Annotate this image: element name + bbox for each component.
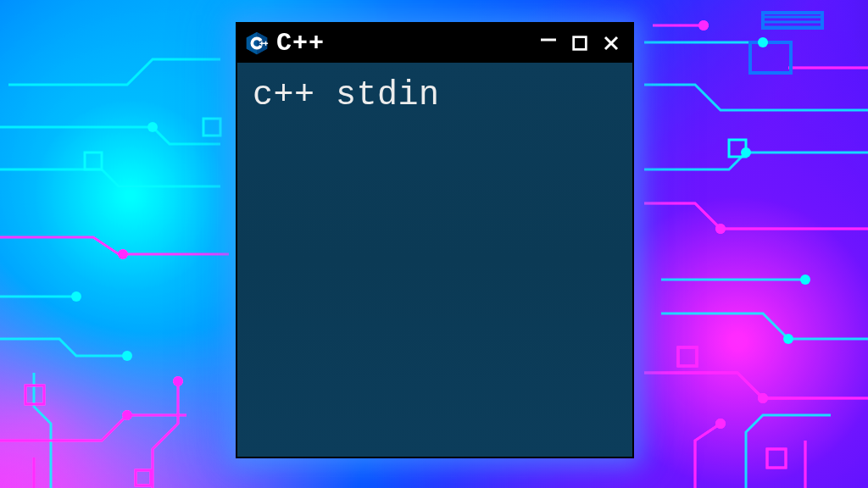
- svg-point-7: [715, 419, 726, 429]
- svg-point-15: [800, 274, 810, 285]
- svg-rect-21: [203, 119, 220, 136]
- svg-rect-17: [136, 470, 151, 485]
- svg-point-6: [758, 393, 768, 403]
- svg-point-3: [122, 410, 132, 420]
- svg-point-10: [71, 291, 81, 302]
- svg-point-8: [698, 20, 709, 30]
- terminal-window: C++ c++ stdin: [236, 22, 634, 458]
- svg-rect-0: [750, 42, 791, 73]
- cpp-logo-icon: [244, 30, 270, 56]
- svg-rect-31: [574, 37, 587, 50]
- close-icon: [601, 33, 621, 53]
- svg-point-14: [783, 334, 793, 344]
- svg-rect-27: [259, 43, 264, 44]
- titlebar[interactable]: C++: [237, 24, 632, 63]
- svg-rect-29: [264, 43, 268, 44]
- svg-point-12: [758, 37, 768, 47]
- close-button[interactable]: [598, 33, 624, 53]
- minimize-button[interactable]: [536, 30, 561, 50]
- maximize-button[interactable]: [568, 34, 592, 53]
- svg-point-4: [173, 376, 183, 386]
- svg-rect-20: [85, 152, 102, 169]
- terminal-body[interactable]: c++ stdin: [237, 63, 632, 457]
- svg-point-5: [715, 224, 726, 234]
- svg-point-11: [122, 351, 132, 361]
- terminal-content: c++ stdin: [253, 76, 617, 114]
- svg-point-9: [147, 122, 158, 132]
- minimize-icon: [538, 30, 559, 50]
- svg-rect-1: [763, 13, 822, 28]
- window-title: C++: [276, 30, 325, 56]
- svg-rect-19: [678, 347, 697, 366]
- maximize-icon: [570, 34, 589, 53]
- svg-point-2: [118, 249, 128, 259]
- svg-rect-18: [767, 449, 786, 468]
